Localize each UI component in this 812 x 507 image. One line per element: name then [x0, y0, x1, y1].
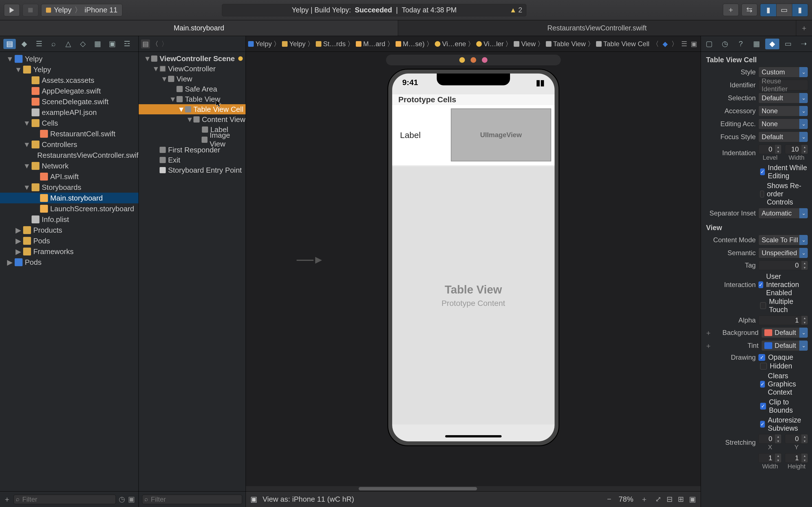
pods-group[interactable]: ▶Pods: [0, 235, 139, 246]
view-as-label[interactable]: View as: iPhone 11 (wC hR): [262, 495, 354, 504]
nav-issue-icon[interactable]: △: [62, 39, 74, 49]
pin-button[interactable]: ⊞: [678, 495, 684, 504]
tab-restaurants-vc[interactable]: RestaurantsViewController.swift: [398, 20, 796, 36]
appdelegate-swift[interactable]: AppDelegate.swift: [0, 86, 139, 96]
launchscreen-storyboard[interactable]: LaunchScreen.storyboard: [0, 203, 139, 214]
vc-header-pill[interactable]: [386, 55, 561, 65]
stretch-y-stepper[interactable]: 0▴▾: [785, 434, 808, 444]
restaurantsvc-swift[interactable]: RestaurantsViewController.swift: [0, 150, 139, 161]
nav-report-icon[interactable]: ☲: [121, 39, 133, 49]
identifier-field[interactable]: Reuse Identifier: [758, 80, 808, 91]
toggle-bottom-panel[interactable]: ▭: [776, 4, 792, 16]
tab-add[interactable]: ＋: [796, 20, 812, 36]
nav-symbol-icon[interactable]: ☰: [33, 39, 45, 49]
scene-row[interactable]: ▼ViewController Scene: [139, 54, 246, 64]
device-screen[interactable]: 9:41 ▮▮ Prototype Cells Label UIImageVie…: [392, 73, 555, 441]
zoom-out-button[interactable]: −: [605, 495, 613, 504]
nav-breakpoint-icon[interactable]: ▣: [106, 39, 118, 49]
pods-project[interactable]: ▶Pods: [0, 257, 139, 268]
table-view-row[interactable]: ▼Table View: [139, 94, 246, 104]
outline-filter-input[interactable]: [142, 495, 242, 504]
hier-back-button[interactable]: 〈: [651, 40, 660, 48]
controllers-group[interactable]: ▼Controllers: [0, 139, 139, 150]
add-files-button[interactable]: ＋: [3, 494, 11, 504]
table-view-body[interactable]: Table View Prototype Content: [392, 166, 555, 425]
nav-debug-icon[interactable]: ▦: [91, 39, 104, 49]
exampleapi-json[interactable]: exampleAPI.json: [0, 107, 139, 118]
project-root[interactable]: ▼Yelpy: [0, 54, 139, 64]
view-row[interactable]: ▼View: [139, 74, 246, 84]
style-dropdown[interactable]: Custom⌄: [758, 67, 808, 77]
clears-graphics-check[interactable]: [760, 381, 765, 388]
focus-style-dropdown[interactable]: Default⌄: [758, 131, 808, 142]
navigator-filter-input[interactable]: [13, 495, 116, 504]
clip-to-bounds-check[interactable]: [760, 403, 766, 409]
cells-group[interactable]: ▼Cells: [0, 118, 139, 128]
background-dropdown[interactable]: Default⌄: [761, 327, 808, 338]
scrollbar-thumb[interactable]: [359, 487, 477, 490]
history-inspector-icon[interactable]: ◷: [718, 39, 732, 49]
storyboard-canvas[interactable]: 9:41 ▮▮ Prototype Cells Label UIImageVie…: [246, 52, 701, 491]
connections-inspector-icon[interactable]: ➝: [797, 39, 811, 49]
nav-find-icon[interactable]: ⌕: [47, 39, 60, 49]
identity-inspector-icon[interactable]: ▦: [749, 39, 763, 49]
multiple-touch-check[interactable]: [760, 302, 766, 309]
nav-project-icon[interactable]: ▤: [3, 39, 16, 49]
prototype-cell[interactable]: Label UIImageView: [392, 105, 555, 165]
jump-back-button[interactable]: 〈: [151, 40, 160, 48]
resolve-constraints-button[interactable]: ▣: [689, 495, 696, 504]
scheme-selector[interactable]: Yelpy 〉 iPhone 11: [41, 4, 122, 16]
separator-inset-dropdown[interactable]: Automatic⌄: [758, 208, 808, 219]
tint-dropdown[interactable]: Default⌄: [761, 340, 808, 351]
recent-filter-icon[interactable]: ◷: [119, 495, 125, 504]
image-view-row[interactable]: Image View: [139, 135, 246, 145]
editing-acc-dropdown[interactable]: None⌄: [758, 119, 808, 129]
activity-status[interactable]: Yelpy | Build Yelpy: Succeeded | Today a…: [222, 4, 526, 16]
attributes-inspector-icon[interactable]: ◆: [765, 39, 779, 49]
products-group[interactable]: ▶Products: [0, 225, 139, 235]
user-interaction-check[interactable]: [758, 281, 763, 288]
view-controller-row[interactable]: ▼ViewController: [139, 64, 246, 74]
canvas-horizontal-scrollbar[interactable]: [246, 486, 701, 491]
exit-row[interactable]: Exit: [139, 155, 246, 165]
indent-level-stepper[interactable]: 0▴▾: [758, 145, 781, 154]
toggle-left-panel[interactable]: ▮: [760, 4, 776, 16]
table-view-cell-row[interactable]: ▼Table View Cell: [139, 104, 246, 114]
scenedelegate-swift[interactable]: SceneDelegate.swift: [0, 96, 139, 107]
safe-area-row[interactable]: Safe Area: [139, 84, 246, 94]
zoom-level[interactable]: 78%: [619, 495, 633, 504]
warning-count[interactable]: ▲ 2: [510, 6, 522, 14]
content-view-row[interactable]: ▼Content View: [139, 114, 246, 124]
tab-main-storyboard[interactable]: Main.storyboard: [0, 20, 398, 36]
adjust-editor-options-button[interactable]: ▣: [689, 40, 698, 48]
tag-stepper[interactable]: 0▴▾: [758, 261, 808, 270]
opaque-check[interactable]: [758, 354, 765, 361]
main-storyboard[interactable]: Main.storyboard: [0, 193, 139, 203]
hier-forward-button[interactable]: 〉: [670, 40, 679, 48]
info-plist[interactable]: Info.plist: [0, 214, 139, 225]
cell-label[interactable]: Label: [400, 130, 421, 140]
indent-while-editing-check[interactable]: [760, 168, 765, 175]
align-button[interactable]: ⊟: [666, 495, 673, 504]
related-items-button[interactable]: ▤: [141, 40, 150, 48]
assets-xcassets[interactable]: Assets.xcassets: [0, 75, 139, 86]
cell-image-view[interactable]: UIImageView: [451, 108, 551, 161]
autoresize-check[interactable]: [760, 421, 765, 428]
embed-in-button[interactable]: ⤢: [655, 495, 661, 504]
stretch-x-stepper[interactable]: 0▴▾: [758, 434, 781, 444]
outline-tree[interactable]: ▼ViewController Scene ▼ViewController ▼V…: [139, 52, 246, 491]
api-swift[interactable]: API.swift: [0, 171, 139, 182]
add-background-button[interactable]: ＋: [705, 328, 711, 337]
minimap-button[interactable]: ☰: [680, 40, 689, 48]
content-mode-dropdown[interactable]: Scale To Fill⌄: [758, 235, 808, 245]
stretch-height-stepper[interactable]: 1▴▾: [785, 453, 808, 463]
stop-button[interactable]: [22, 4, 38, 16]
storyboards-group[interactable]: ▼Storyboards: [0, 182, 139, 193]
help-inspector-icon[interactable]: ?: [733, 39, 748, 49]
toggle-right-panel[interactable]: ▮: [792, 4, 808, 16]
stretch-width-stepper[interactable]: 1▴▾: [758, 453, 781, 463]
library-button[interactable]: ＋: [723, 4, 739, 16]
hier-current-button[interactable]: ◆: [661, 40, 670, 48]
selection-dropdown[interactable]: Default⌄: [758, 93, 808, 103]
code-review-button[interactable]: ⇆: [742, 4, 757, 16]
